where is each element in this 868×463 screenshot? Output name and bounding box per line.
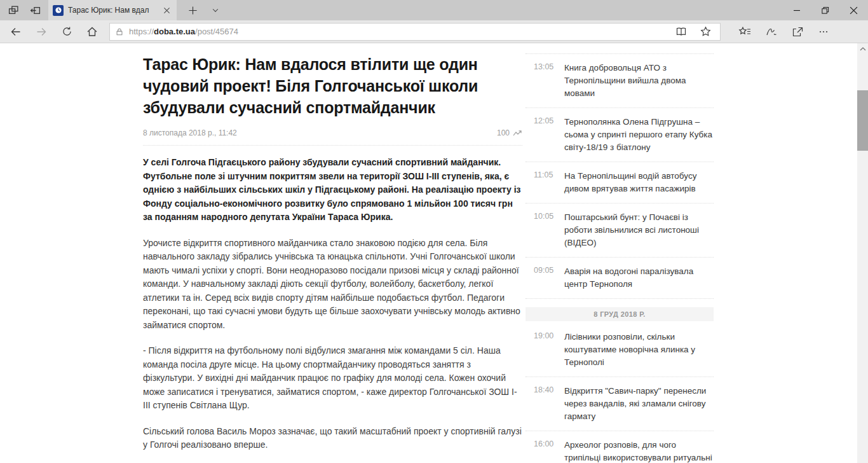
annotate-pen-icon[interactable] [765, 26, 778, 38]
news-time: 13:05 [534, 62, 556, 100]
article-paragraph: У селі Голгоча Підгаєцького району збуду… [143, 156, 522, 225]
refresh-button[interactable] [55, 22, 79, 41]
more-options-icon[interactable] [818, 26, 829, 38]
divider [143, 145, 522, 146]
tab-preview-icon[interactable] [4, 2, 23, 18]
minimize-button[interactable] [782, 0, 811, 20]
news-link[interactable]: На Тернопільщині водій автобусу дивом вр… [564, 170, 714, 195]
restore-button[interactable] [811, 0, 839, 20]
news-item[interactable]: 09:05 Аварія на водогоні паралізувала це… [526, 258, 714, 299]
clipped-news-item [526, 43, 714, 54]
back-button[interactable] [4, 22, 28, 41]
article-date: 8 листопада 2018 р., 11:42 [143, 128, 237, 137]
news-link[interactable]: Тернополянка Олена Підгрушна – сьома у с… [564, 116, 714, 154]
date-separator: 8 ГРУД 2018 Р. [526, 307, 714, 321]
forward-button[interactable] [29, 22, 53, 41]
news-link[interactable]: Аварія на водогоні паралізувала центр Те… [564, 265, 714, 291]
stats-icon [513, 129, 522, 137]
article-paragraph: - Після відкриття на футбольному полі ві… [143, 344, 522, 413]
new-tab-button[interactable] [183, 2, 202, 18]
news-item[interactable]: 12:05 Тернополянка Олена Підгрушна – сьо… [526, 108, 714, 162]
news-item[interactable]: 10:05 Поштарський бунт: у Почаєві із роб… [526, 204, 714, 258]
news-time: 16:00 [534, 439, 556, 463]
web-page: Тарас Юрик: Нам вдалося втілити ще один … [0, 43, 868, 463]
set-tabs-aside-icon[interactable] [25, 2, 44, 18]
address-bar[interactable]: https://doba.te.ua/post/45674 [109, 23, 721, 41]
tab-title: Тарас Юрик: Нам вдал [68, 6, 156, 15]
tab-list-chevron-icon[interactable] [206, 2, 225, 18]
views-count: 100 [497, 128, 510, 137]
page-scrollbar[interactable] [857, 43, 868, 463]
news-link[interactable]: Відкриття "Савич-парку" перенесли через … [564, 385, 714, 423]
add-favorite-star-icon[interactable] [696, 24, 715, 40]
news-item[interactable]: 13:05 Книга добровольця АТО з Тернопільщ… [526, 54, 714, 108]
page-title: Тарас Юрик: Нам вдалося втілити ще один … [143, 53, 522, 118]
site-favicon [53, 5, 64, 16]
news-item[interactable]: 18:40 Відкриття "Савич-парку" перенесли … [526, 377, 714, 431]
scrollbar-thumb[interactable] [857, 90, 868, 151]
reading-view-icon[interactable] [672, 24, 691, 40]
tab-close-icon[interactable] [161, 4, 172, 16]
news-item[interactable]: 11:05 На Тернопільщині водій автобусу ди… [526, 162, 714, 204]
news-item[interactable]: 16:00 Археолог розповів, для чого трипіл… [526, 431, 714, 463]
news-time: 10:05 [534, 211, 556, 249]
browser-tab[interactable]: Тарас Юрик: Нам вдал [48, 0, 177, 20]
views-counter: 100 [497, 128, 522, 137]
article: Тарас Юрик: Нам вдалося втілити ще один … [143, 53, 522, 463]
home-button[interactable] [80, 22, 104, 41]
scrollbar-up-icon[interactable] [857, 43, 868, 54]
hub-favorites-icon[interactable] [738, 26, 751, 38]
navigation-bar: https://doba.te.ua/post/45674 [0, 20, 868, 43]
close-window-button[interactable] [839, 0, 868, 20]
news-time: 09:05 [534, 265, 556, 291]
news-time: 19:00 [534, 331, 556, 369]
news-feed-sidebar: 13:05 Книга добровольця АТО з Тернопільщ… [526, 43, 714, 463]
news-link[interactable]: Археолог розповів, для чого трипільці ви… [564, 439, 714, 463]
news-time: 12:05 [534, 116, 556, 154]
news-link[interactable]: Поштарський бунт: у Почаєві із роботи зв… [564, 211, 714, 249]
tab-bar: Тарас Юрик: Нам вдал [0, 0, 868, 20]
news-time: 11:05 [534, 170, 556, 195]
news-link[interactable]: Лісівники розповіли, скільки коштуватиме… [564, 331, 714, 369]
share-icon[interactable] [792, 26, 804, 38]
article-paragraph: Сільський голова Василь Мороз зазначає, … [143, 425, 522, 452]
browser-window: Тарас Юрик: Нам вдал [0, 0, 868, 43]
article-paragraph: Урочисте відкриття спортивного майданчик… [143, 237, 522, 333]
news-time: 18:40 [534, 385, 556, 423]
news-link[interactable]: Книга добровольця АТО з Тернопільщини ви… [564, 62, 714, 100]
news-item[interactable]: 19:00 Лісівники розповіли, скільки кошту… [526, 323, 714, 377]
url-text: https://doba.te.ua/post/45674 [129, 27, 667, 36]
lock-icon [115, 27, 124, 36]
